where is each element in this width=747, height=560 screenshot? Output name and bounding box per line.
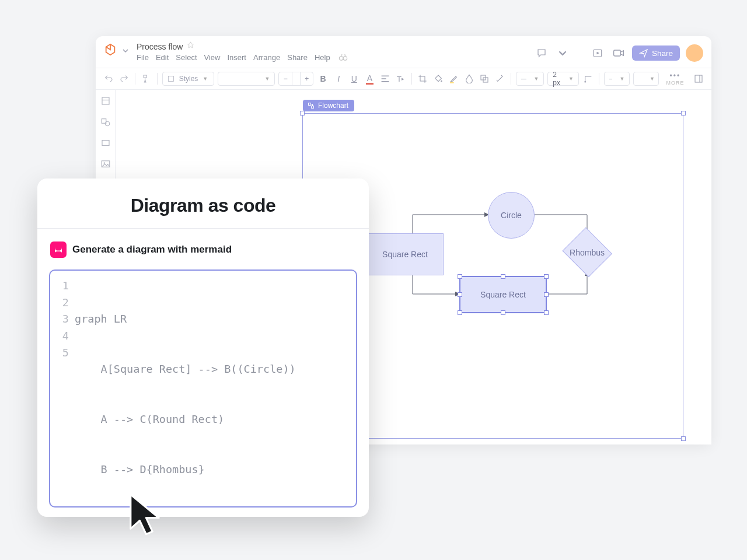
comment-icon[interactable]	[534, 46, 549, 61]
svg-point-1	[343, 57, 347, 61]
svg-point-5	[441, 80, 442, 82]
crop-icon[interactable]	[417, 72, 429, 85]
app-logo-icon[interactable]	[104, 43, 117, 56]
bold-icon[interactable]: B	[317, 72, 329, 85]
line-style-dropdown[interactable]: ▼	[516, 72, 544, 86]
more-label: MORE	[666, 80, 684, 86]
svg-point-9	[585, 81, 587, 83]
modal-heading: Diagram as code	[37, 178, 369, 228]
svg-rect-4	[168, 76, 173, 82]
menu-arrange[interactable]: Arrange	[253, 53, 280, 63]
minus-icon[interactable]: −	[279, 72, 292, 85]
titlebar: Process flow File Edit Select View Inser…	[96, 36, 711, 63]
magic-icon[interactable]	[494, 72, 507, 85]
logo-dropdown-icon[interactable]	[123, 46, 128, 56]
svg-rect-3	[614, 50, 621, 56]
node-a-label: Square Rect	[382, 250, 428, 259]
shape-icon[interactable]	[100, 117, 111, 130]
node-square-rect-a[interactable]: Square Rect	[366, 233, 444, 275]
document-title[interactable]: Process flow	[137, 42, 183, 51]
styles-label: Styles	[179, 75, 198, 83]
format-toolbar: Styles ▼ ▼ − + B I U A T▸ ▼ 2 px▼ ▼ ▼ ••…	[96, 68, 711, 90]
mask-icon[interactable]	[479, 72, 491, 85]
svg-point-15	[105, 121, 110, 126]
plus-icon[interactable]: +	[300, 72, 313, 85]
code-gutter: 1 2 3 4 5	[54, 278, 69, 508]
mermaid-modal: Diagram as code Generate a diagram with …	[37, 178, 369, 517]
underline-icon[interactable]: U	[348, 72, 360, 85]
mermaid-code-editor[interactable]: 1 2 3 4 5 graph LR A[Square Rect] --> B(…	[49, 270, 357, 508]
frame-label[interactable]: Flowchart	[303, 100, 354, 111]
color-picker-icon[interactable]	[463, 72, 476, 85]
menu-edit[interactable]: Edit	[156, 53, 169, 63]
highlight-icon[interactable]	[448, 72, 460, 85]
frame-label-text: Flowchart	[318, 102, 348, 110]
node-c-label: Square Rect	[480, 290, 526, 299]
share-button[interactable]: Share	[632, 46, 680, 61]
node-b-label: Circle	[501, 211, 522, 220]
search-binoculars-icon[interactable]	[338, 53, 348, 63]
styles-dropdown[interactable]: Styles ▼	[162, 72, 214, 86]
format-painter-icon[interactable]	[140, 72, 152, 85]
font-dropdown[interactable]: ▼	[218, 72, 275, 86]
svg-rect-21	[312, 106, 314, 108]
share-button-label: Share	[652, 49, 673, 58]
more-menu[interactable]: ••• MORE	[666, 72, 684, 86]
menubar: File Edit Select View Insert Arrange Sha…	[137, 53, 348, 63]
menu-file[interactable]: File	[137, 53, 149, 63]
modal-subtitle: Generate a diagram with mermaid	[72, 244, 232, 256]
title-column: Process flow File Edit Select View Inser…	[137, 41, 348, 63]
arrow-end-dropdown[interactable]: ▼	[633, 72, 659, 86]
frame-tool-icon[interactable]	[100, 138, 111, 150]
align-icon[interactable]	[379, 72, 392, 85]
redo-icon[interactable]	[118, 72, 131, 85]
node-circle-b[interactable]: Circle	[488, 192, 535, 239]
menu-help[interactable]: Help	[315, 53, 330, 63]
menu-insert[interactable]: Insert	[227, 53, 246, 63]
line-path-icon[interactable]	[582, 72, 595, 85]
svg-point-0	[339, 57, 343, 61]
favorite-star-icon[interactable]	[186, 41, 195, 52]
titlebar-actions: Share	[534, 44, 703, 62]
code-content[interactable]: graph LR A[Square Rect] --> B((Circle)) …	[69, 278, 296, 508]
image-icon[interactable]	[100, 159, 111, 172]
line-width-dropdown[interactable]: 2 px▼	[547, 72, 579, 86]
node-rhombus-d[interactable]: Rhombus	[560, 229, 614, 276]
svg-rect-16	[102, 141, 109, 146]
text-color-icon[interactable]: A	[364, 72, 376, 85]
node-square-rect-c[interactable]: Square Rect	[459, 276, 547, 313]
presentation-play-icon[interactable]	[590, 46, 605, 61]
modal-subheader: Generate a diagram with mermaid	[37, 229, 369, 266]
menu-select[interactable]: Select	[176, 53, 197, 63]
line-width-value: 2 px	[553, 71, 564, 87]
chevron-down-icon[interactable]	[555, 46, 570, 61]
fill-color-icon[interactable]	[432, 72, 444, 85]
user-avatar[interactable]	[686, 44, 703, 62]
font-size-stepper[interactable]: − +	[278, 72, 313, 86]
arrow-start-dropdown[interactable]: ▼	[604, 72, 630, 86]
template-icon[interactable]	[100, 96, 111, 108]
node-d-label: Rhombus	[570, 248, 605, 257]
undo-icon[interactable]	[103, 72, 115, 85]
text-options-icon[interactable]: T▸	[395, 72, 407, 85]
svg-rect-10	[695, 75, 702, 82]
video-camera-icon[interactable]	[611, 46, 626, 61]
mermaid-logo-icon	[50, 242, 67, 258]
svg-rect-20	[309, 103, 311, 106]
menu-share[interactable]: Share	[287, 53, 308, 63]
svg-rect-12	[102, 97, 109, 104]
menu-view[interactable]: View	[204, 53, 221, 63]
italic-icon[interactable]: I	[333, 72, 345, 85]
properties-panel-icon[interactable]	[692, 72, 704, 85]
